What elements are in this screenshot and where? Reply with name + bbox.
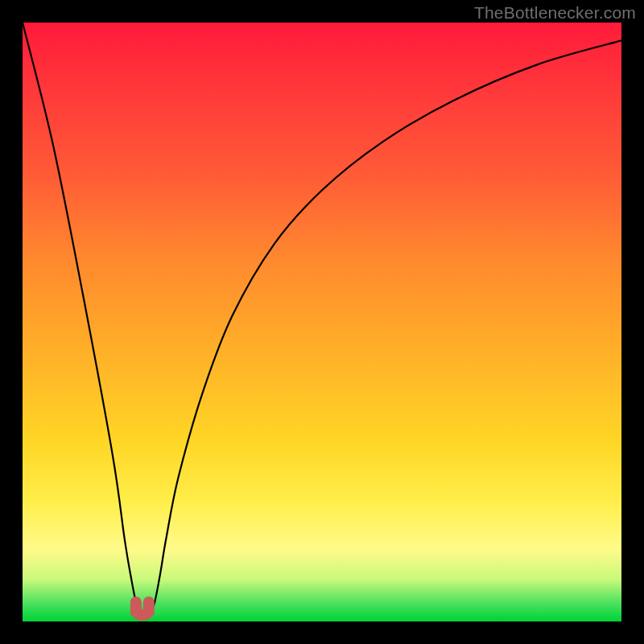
watermark-text: TheBottlenecker.com (474, 3, 636, 23)
dip-marker (136, 602, 149, 615)
bottleneck-curve (23, 23, 621, 617)
curve-layer (23, 23, 621, 621)
chart-frame: TheBottlenecker.com (0, 0, 644, 644)
